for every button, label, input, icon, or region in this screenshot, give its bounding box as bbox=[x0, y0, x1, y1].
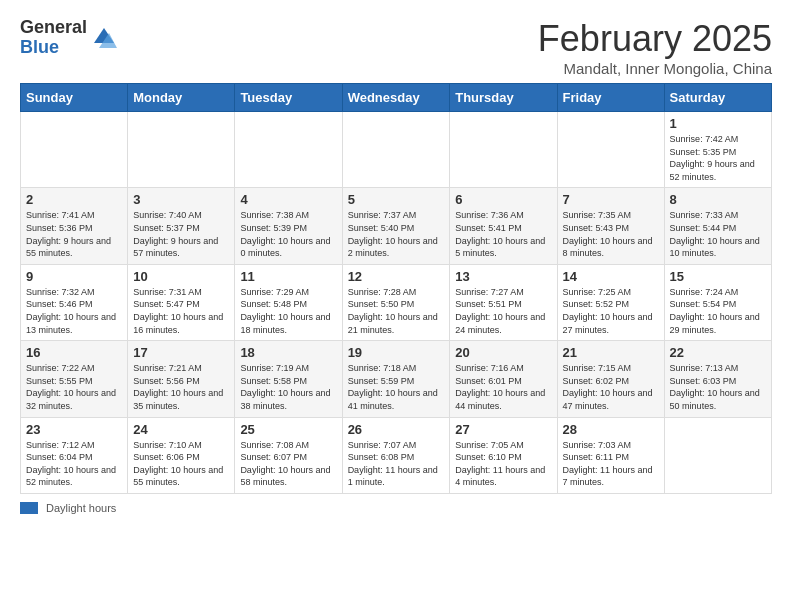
week-row-0: 1Sunrise: 7:42 AM Sunset: 5:35 PM Daylig… bbox=[21, 112, 772, 188]
week-row-1: 2Sunrise: 7:41 AM Sunset: 5:36 PM Daylig… bbox=[21, 188, 772, 264]
page: General Blue February 2025 Mandalt, Inne… bbox=[0, 0, 792, 524]
day-number: 13 bbox=[455, 269, 551, 284]
day-cell bbox=[342, 112, 450, 188]
day-number: 27 bbox=[455, 422, 551, 437]
day-number: 8 bbox=[670, 192, 766, 207]
daylight-box-icon bbox=[20, 502, 38, 514]
day-cell bbox=[235, 112, 342, 188]
calendar-table: SundayMondayTuesdayWednesdayThursdayFrid… bbox=[20, 83, 772, 494]
logo-blue: Blue bbox=[20, 38, 87, 58]
day-cell: 16Sunrise: 7:22 AM Sunset: 5:55 PM Dayli… bbox=[21, 341, 128, 417]
day-info: Sunrise: 7:38 AM Sunset: 5:39 PM Dayligh… bbox=[240, 209, 336, 259]
weekday-header-saturday: Saturday bbox=[664, 84, 771, 112]
day-number: 16 bbox=[26, 345, 122, 360]
day-cell: 28Sunrise: 7:03 AM Sunset: 6:11 PM Dayli… bbox=[557, 417, 664, 493]
day-cell: 4Sunrise: 7:38 AM Sunset: 5:39 PM Daylig… bbox=[235, 188, 342, 264]
weekday-header-thursday: Thursday bbox=[450, 84, 557, 112]
day-number: 1 bbox=[670, 116, 766, 131]
day-cell: 27Sunrise: 7:05 AM Sunset: 6:10 PM Dayli… bbox=[450, 417, 557, 493]
logo-general: General bbox=[20, 18, 87, 38]
week-row-4: 23Sunrise: 7:12 AM Sunset: 6:04 PM Dayli… bbox=[21, 417, 772, 493]
day-number: 7 bbox=[563, 192, 659, 207]
day-info: Sunrise: 7:10 AM Sunset: 6:06 PM Dayligh… bbox=[133, 439, 229, 489]
day-cell bbox=[664, 417, 771, 493]
weekday-header-wednesday: Wednesday bbox=[342, 84, 450, 112]
calendar-subtitle: Mandalt, Inner Mongolia, China bbox=[538, 60, 772, 77]
day-info: Sunrise: 7:31 AM Sunset: 5:47 PM Dayligh… bbox=[133, 286, 229, 336]
day-number: 19 bbox=[348, 345, 445, 360]
day-number: 26 bbox=[348, 422, 445, 437]
weekday-header-friday: Friday bbox=[557, 84, 664, 112]
day-number: 11 bbox=[240, 269, 336, 284]
day-info: Sunrise: 7:29 AM Sunset: 5:48 PM Dayligh… bbox=[240, 286, 336, 336]
day-info: Sunrise: 7:08 AM Sunset: 6:07 PM Dayligh… bbox=[240, 439, 336, 489]
day-info: Sunrise: 7:05 AM Sunset: 6:10 PM Dayligh… bbox=[455, 439, 551, 489]
day-info: Sunrise: 7:32 AM Sunset: 5:46 PM Dayligh… bbox=[26, 286, 122, 336]
day-number: 4 bbox=[240, 192, 336, 207]
day-cell: 10Sunrise: 7:31 AM Sunset: 5:47 PM Dayli… bbox=[128, 264, 235, 340]
day-cell: 26Sunrise: 7:07 AM Sunset: 6:08 PM Dayli… bbox=[342, 417, 450, 493]
weekday-header-monday: Monday bbox=[128, 84, 235, 112]
day-cell: 20Sunrise: 7:16 AM Sunset: 6:01 PM Dayli… bbox=[450, 341, 557, 417]
day-cell: 18Sunrise: 7:19 AM Sunset: 5:58 PM Dayli… bbox=[235, 341, 342, 417]
day-number: 24 bbox=[133, 422, 229, 437]
day-cell: 3Sunrise: 7:40 AM Sunset: 5:37 PM Daylig… bbox=[128, 188, 235, 264]
day-cell: 6Sunrise: 7:36 AM Sunset: 5:41 PM Daylig… bbox=[450, 188, 557, 264]
day-cell: 9Sunrise: 7:32 AM Sunset: 5:46 PM Daylig… bbox=[21, 264, 128, 340]
day-info: Sunrise: 7:18 AM Sunset: 5:59 PM Dayligh… bbox=[348, 362, 445, 412]
day-info: Sunrise: 7:15 AM Sunset: 6:02 PM Dayligh… bbox=[563, 362, 659, 412]
day-cell: 19Sunrise: 7:18 AM Sunset: 5:59 PM Dayli… bbox=[342, 341, 450, 417]
day-cell: 7Sunrise: 7:35 AM Sunset: 5:43 PM Daylig… bbox=[557, 188, 664, 264]
day-info: Sunrise: 7:25 AM Sunset: 5:52 PM Dayligh… bbox=[563, 286, 659, 336]
day-info: Sunrise: 7:21 AM Sunset: 5:56 PM Dayligh… bbox=[133, 362, 229, 412]
day-number: 17 bbox=[133, 345, 229, 360]
day-number: 28 bbox=[563, 422, 659, 437]
day-cell bbox=[21, 112, 128, 188]
day-cell: 11Sunrise: 7:29 AM Sunset: 5:48 PM Dayli… bbox=[235, 264, 342, 340]
weekday-header-row: SundayMondayTuesdayWednesdayThursdayFrid… bbox=[21, 84, 772, 112]
day-info: Sunrise: 7:19 AM Sunset: 5:58 PM Dayligh… bbox=[240, 362, 336, 412]
day-number: 12 bbox=[348, 269, 445, 284]
day-info: Sunrise: 7:24 AM Sunset: 5:54 PM Dayligh… bbox=[670, 286, 766, 336]
day-info: Sunrise: 7:41 AM Sunset: 5:36 PM Dayligh… bbox=[26, 209, 122, 259]
week-row-2: 9Sunrise: 7:32 AM Sunset: 5:46 PM Daylig… bbox=[21, 264, 772, 340]
day-cell bbox=[557, 112, 664, 188]
day-cell: 8Sunrise: 7:33 AM Sunset: 5:44 PM Daylig… bbox=[664, 188, 771, 264]
day-number: 25 bbox=[240, 422, 336, 437]
day-info: Sunrise: 7:33 AM Sunset: 5:44 PM Dayligh… bbox=[670, 209, 766, 259]
day-cell: 2Sunrise: 7:41 AM Sunset: 5:36 PM Daylig… bbox=[21, 188, 128, 264]
day-cell: 25Sunrise: 7:08 AM Sunset: 6:07 PM Dayli… bbox=[235, 417, 342, 493]
weekday-header-tuesday: Tuesday bbox=[235, 84, 342, 112]
day-number: 21 bbox=[563, 345, 659, 360]
weekday-header-sunday: Sunday bbox=[21, 84, 128, 112]
calendar-title: February 2025 bbox=[538, 18, 772, 60]
title-block: February 2025 Mandalt, Inner Mongolia, C… bbox=[538, 18, 772, 77]
day-info: Sunrise: 7:07 AM Sunset: 6:08 PM Dayligh… bbox=[348, 439, 445, 489]
day-cell: 15Sunrise: 7:24 AM Sunset: 5:54 PM Dayli… bbox=[664, 264, 771, 340]
day-info: Sunrise: 7:22 AM Sunset: 5:55 PM Dayligh… bbox=[26, 362, 122, 412]
day-cell bbox=[128, 112, 235, 188]
day-cell bbox=[450, 112, 557, 188]
day-cell: 14Sunrise: 7:25 AM Sunset: 5:52 PM Dayli… bbox=[557, 264, 664, 340]
daylight-label: Daylight hours bbox=[46, 502, 116, 514]
day-info: Sunrise: 7:03 AM Sunset: 6:11 PM Dayligh… bbox=[563, 439, 659, 489]
day-cell: 24Sunrise: 7:10 AM Sunset: 6:06 PM Dayli… bbox=[128, 417, 235, 493]
day-info: Sunrise: 7:28 AM Sunset: 5:50 PM Dayligh… bbox=[348, 286, 445, 336]
day-number: 10 bbox=[133, 269, 229, 284]
day-cell: 12Sunrise: 7:28 AM Sunset: 5:50 PM Dayli… bbox=[342, 264, 450, 340]
day-number: 6 bbox=[455, 192, 551, 207]
day-info: Sunrise: 7:35 AM Sunset: 5:43 PM Dayligh… bbox=[563, 209, 659, 259]
day-info: Sunrise: 7:13 AM Sunset: 6:03 PM Dayligh… bbox=[670, 362, 766, 412]
day-info: Sunrise: 7:37 AM Sunset: 5:40 PM Dayligh… bbox=[348, 209, 445, 259]
footer: Daylight hours bbox=[20, 502, 772, 514]
day-number: 2 bbox=[26, 192, 122, 207]
day-number: 3 bbox=[133, 192, 229, 207]
logo-icon bbox=[89, 23, 119, 53]
day-number: 23 bbox=[26, 422, 122, 437]
day-number: 9 bbox=[26, 269, 122, 284]
day-cell: 5Sunrise: 7:37 AM Sunset: 5:40 PM Daylig… bbox=[342, 188, 450, 264]
day-number: 20 bbox=[455, 345, 551, 360]
day-cell: 23Sunrise: 7:12 AM Sunset: 6:04 PM Dayli… bbox=[21, 417, 128, 493]
day-cell: 21Sunrise: 7:15 AM Sunset: 6:02 PM Dayli… bbox=[557, 341, 664, 417]
logo: General Blue bbox=[20, 18, 119, 58]
